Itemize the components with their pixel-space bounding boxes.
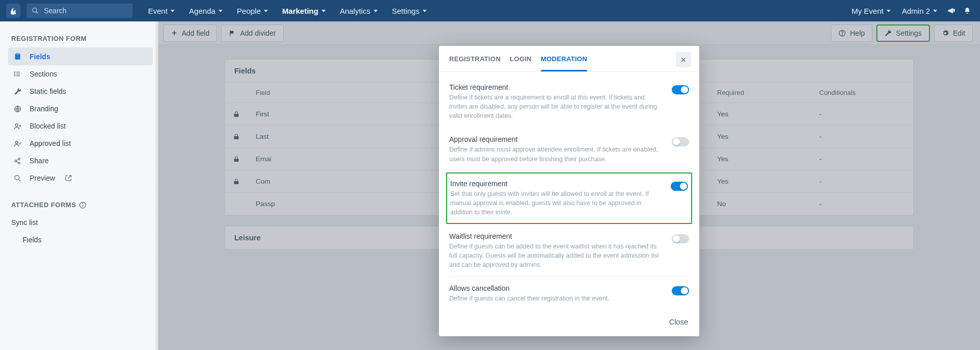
nav-agenda[interactable]: Agenda bbox=[184, 4, 228, 18]
setting-title: Invite requirement bbox=[450, 180, 663, 188]
setting-row: Allows cancellationDefine if guests can … bbox=[449, 277, 689, 310]
search-input[interactable] bbox=[43, 6, 128, 15]
info-icon[interactable] bbox=[79, 202, 86, 209]
sidebar: REGISTRATION FORM Fields Sections Static… bbox=[0, 21, 158, 350]
setting-toggle[interactable] bbox=[672, 137, 689, 146]
sidebar-item-label: Branding bbox=[30, 105, 58, 113]
nav-event[interactable]: Event bbox=[143, 4, 180, 18]
svg-line-16 bbox=[16, 159, 18, 160]
sidebar-sync-list[interactable]: Sync list bbox=[8, 214, 153, 231]
sidebar-attached-heading: ATTACHED FORMS bbox=[11, 201, 151, 209]
sidebar-item-static-fields[interactable]: Static fields bbox=[8, 83, 153, 100]
modal-close-button[interactable] bbox=[676, 52, 691, 67]
setting-title: Ticket requirement bbox=[449, 83, 664, 91]
chevron-down-icon bbox=[218, 10, 223, 12]
chevron-down-icon bbox=[933, 10, 937, 12]
setting-toggle[interactable] bbox=[672, 234, 689, 243]
svg-line-19 bbox=[18, 179, 20, 181]
chevron-down-icon bbox=[887, 10, 891, 12]
modal-tab-moderation[interactable]: MODERATION bbox=[541, 55, 587, 71]
setting-row: Ticket requirementDefine if tickets are … bbox=[449, 76, 689, 128]
primary-nav: Event Agenda People Marketing Analytics … bbox=[143, 4, 432, 18]
nav-settings[interactable]: Settings bbox=[387, 4, 432, 18]
svg-point-22 bbox=[83, 203, 83, 204]
setting-toggle[interactable] bbox=[672, 286, 689, 295]
sidebar-item-label: Fields bbox=[22, 236, 41, 244]
search-icon bbox=[32, 7, 39, 14]
sidebar-sync-fields[interactable]: Fields bbox=[8, 231, 153, 248]
setting-description: Define if guests can cancel their regist… bbox=[449, 294, 664, 303]
event-switcher[interactable]: My Event bbox=[847, 4, 895, 18]
sidebar-item-approved-list[interactable]: Approved list bbox=[8, 135, 153, 152]
sidebar-item-label: Sections bbox=[30, 70, 57, 78]
svg-point-9 bbox=[15, 123, 18, 126]
sidebar-scrollbar[interactable] bbox=[155, 21, 158, 350]
nav-marketing[interactable]: Marketing bbox=[277, 4, 331, 18]
sidebar-item-label: Static fields bbox=[30, 87, 66, 95]
svg-line-1 bbox=[36, 12, 38, 14]
wrench-icon bbox=[12, 88, 22, 95]
sidebar-item-fields[interactable]: Fields bbox=[8, 47, 153, 65]
modal-tab-login[interactable]: LOGIN bbox=[510, 55, 532, 71]
close-icon bbox=[680, 57, 687, 63]
chevron-down-icon bbox=[322, 10, 326, 12]
sidebar-item-label: Fields bbox=[30, 53, 50, 61]
globe-icon bbox=[12, 105, 22, 113]
modal-tabs: REGISTRATION LOGIN MODERATION bbox=[439, 46, 699, 72]
setting-description: Define if guests can be added to the eve… bbox=[449, 242, 664, 269]
clipboard-icon bbox=[12, 52, 22, 61]
nav-right: My Event Admin 2 bbox=[847, 4, 974, 18]
setting-description: Define if admins must approve attendee e… bbox=[449, 145, 664, 163]
svg-point-12 bbox=[15, 141, 18, 143]
svg-point-14 bbox=[15, 160, 17, 162]
setting-toggle[interactable] bbox=[672, 85, 689, 94]
setting-description: Set that only guests with invites will b… bbox=[450, 189, 663, 217]
chevron-down-icon bbox=[374, 10, 378, 12]
svg-line-17 bbox=[16, 161, 18, 162]
top-nav: Event Agenda People Marketing Analytics … bbox=[0, 0, 980, 21]
setting-row: Approval requirementDefine if admins mus… bbox=[449, 128, 689, 171]
chevron-down-icon bbox=[170, 10, 175, 12]
sidebar-item-branding[interactable]: Branding bbox=[8, 100, 153, 117]
nav-people[interactable]: People bbox=[232, 4, 273, 18]
sidebar-item-blocked-list[interactable]: Blocked list bbox=[8, 117, 153, 135]
setting-title: Approval requirement bbox=[449, 135, 664, 143]
app-logo[interactable] bbox=[6, 4, 20, 18]
modal-close-link[interactable]: Close bbox=[669, 318, 688, 326]
notifications-icon[interactable] bbox=[961, 4, 974, 17]
list-icon bbox=[12, 70, 22, 78]
magnifier-icon bbox=[12, 174, 22, 182]
setting-description: Define if tickets are a requirement to e… bbox=[449, 93, 664, 120]
user-x-icon bbox=[12, 122, 22, 130]
svg-point-6 bbox=[14, 73, 15, 74]
sidebar-item-label: Sync list bbox=[11, 218, 38, 227]
svg-point-13 bbox=[18, 158, 20, 160]
sidebar-item-share[interactable]: Share bbox=[8, 152, 153, 169]
setting-row: Waitlist requirementDefine if guests can… bbox=[449, 225, 689, 277]
nav-analytics[interactable]: Analytics bbox=[335, 4, 383, 18]
global-search[interactable] bbox=[27, 4, 133, 18]
setting-title: Waitlist requirement bbox=[449, 232, 664, 240]
modal-tab-registration[interactable]: REGISTRATION bbox=[449, 55, 501, 71]
svg-point-0 bbox=[33, 8, 37, 12]
svg-point-18 bbox=[14, 175, 19, 180]
main-content: Add field Add divider Help Settings Edit bbox=[158, 21, 980, 350]
chevron-down-icon bbox=[264, 10, 268, 12]
announcements-icon[interactable] bbox=[944, 4, 958, 17]
sidebar-item-sections[interactable]: Sections bbox=[8, 65, 153, 83]
setting-toggle[interactable] bbox=[671, 182, 688, 191]
svg-point-5 bbox=[14, 72, 15, 72]
sidebar-item-preview[interactable]: Preview bbox=[8, 169, 153, 187]
user-menu[interactable]: Admin 2 bbox=[898, 4, 941, 18]
svg-point-15 bbox=[18, 162, 20, 164]
user-check-icon bbox=[12, 140, 22, 147]
sidebar-item-label: Share bbox=[30, 157, 48, 165]
sidebar-item-label: Preview bbox=[30, 174, 55, 182]
svg-point-7 bbox=[14, 76, 15, 76]
setting-row: Invite requirementSet that only guests w… bbox=[446, 172, 692, 224]
share-icon bbox=[12, 157, 22, 165]
external-link-icon bbox=[63, 174, 74, 182]
sidebar-heading: REGISTRATION FORM bbox=[11, 35, 151, 42]
setting-title: Allows cancellation bbox=[449, 284, 664, 292]
sidebar-item-label: Approved list bbox=[30, 139, 71, 147]
